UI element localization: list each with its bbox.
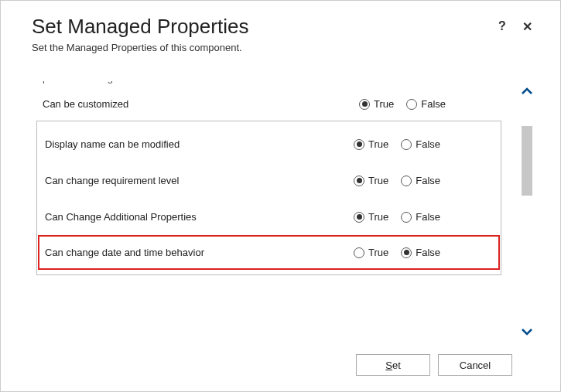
radio-true[interactable]: True <box>359 98 394 110</box>
cancel-button[interactable]: Cancel <box>438 354 512 376</box>
sub-properties-box: Display name can be modifiedTrueFalseCan… <box>36 121 501 275</box>
prop-label: Display name can be modified <box>45 138 354 150</box>
radio-true[interactable]: True <box>354 175 388 186</box>
managed-properties-dialog: Set Managed Properties Set the Managed P… <box>1 1 560 391</box>
radio-icon <box>359 99 370 110</box>
radio-icon <box>406 99 417 110</box>
prop-label: Can change requirement level <box>45 175 354 186</box>
scroll-up-icon[interactable] <box>521 84 533 98</box>
radio-group: TrueFalse <box>354 175 493 186</box>
radio-icon <box>354 212 364 223</box>
sub-prop-row: Can change date and time behaviorTrueFal… <box>38 235 500 270</box>
sub-prop-row: Display name can be modifiedTrueFalse <box>45 126 493 162</box>
radio-false[interactable]: False <box>401 175 440 186</box>
radio-icon <box>401 212 412 223</box>
dialog-subtitle: Set the Managed Properties of this compo… <box>32 42 248 53</box>
radio-group: True False <box>359 98 498 110</box>
prop-label: Can change date and time behavior <box>45 247 354 258</box>
radio-icon <box>401 139 412 150</box>
radio-false[interactable]: False <box>401 211 440 223</box>
radio-group: TrueFalse <box>354 211 493 223</box>
scroll-track[interactable] <box>522 103 532 320</box>
radio-false[interactable]: False <box>401 247 440 258</box>
radio-group: TrueFalse <box>354 138 493 150</box>
radio-icon <box>354 247 364 258</box>
set-button[interactable]: Set <box>356 354 430 376</box>
close-icon[interactable]: ✕ <box>520 19 534 34</box>
radio-icon <box>401 247 412 258</box>
dialog-title: Set Managed Properties <box>32 15 248 39</box>
scroll-thumb[interactable] <box>522 126 532 196</box>
header-controls: ? ✕ <box>495 19 534 34</box>
dialog-footer: Set Cancel <box>32 342 539 391</box>
help-icon[interactable]: ? <box>495 19 509 34</box>
prop-label: Can Change Additional Properties <box>45 211 354 223</box>
properties-body: part of a managed solution. Can be custo… <box>32 81 509 342</box>
radio-false[interactable]: False <box>401 138 440 150</box>
radio-true[interactable]: True <box>354 247 388 258</box>
radio-group: TrueFalse <box>354 247 493 258</box>
radio-true[interactable]: True <box>354 211 388 223</box>
sub-prop-row: Can Change Additional PropertiesTrueFals… <box>45 199 493 235</box>
radio-false[interactable]: False <box>406 98 446 110</box>
radio-icon <box>354 176 364 186</box>
scroll-down-icon[interactable] <box>521 325 533 339</box>
dialog-header: Set Managed Properties Set the Managed P… <box>32 15 539 81</box>
row-can-be-customized: Can be customized True False <box>43 94 498 114</box>
radio-icon <box>401 176 412 186</box>
truncated-text: part of a managed solution. <box>43 81 498 86</box>
radio-true[interactable]: True <box>354 138 388 150</box>
content-region: part of a managed solution. Can be custo… <box>32 81 539 342</box>
radio-icon <box>354 139 364 150</box>
prop-label: Can be customized <box>43 98 359 110</box>
vertical-scrollbar <box>515 81 539 342</box>
sub-prop-row: Can change requirement levelTrueFalse <box>45 162 493 199</box>
